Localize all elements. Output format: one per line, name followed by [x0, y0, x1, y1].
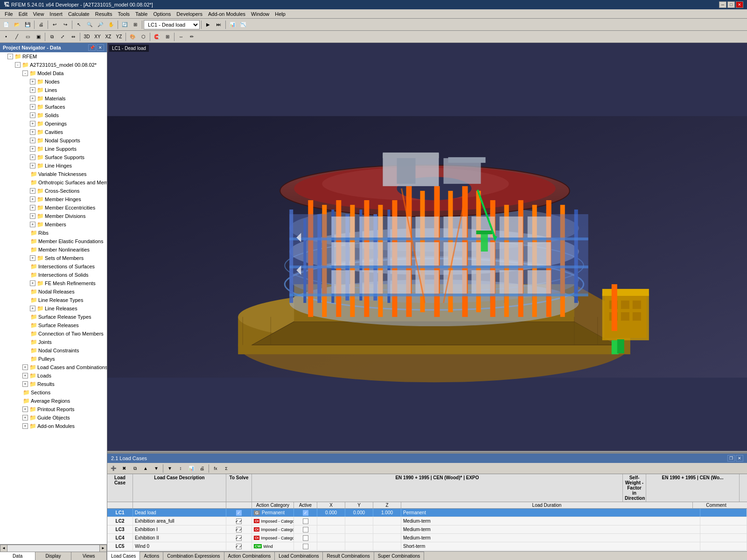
- bt-delete-row[interactable]: ✖: [119, 463, 129, 474]
- tb2-annotation[interactable]: ✏: [187, 32, 197, 42]
- tb-run[interactable]: ▶: [203, 20, 213, 30]
- menu-view[interactable]: View: [30, 10, 47, 18]
- menu-tools[interactable]: Tools: [115, 10, 133, 18]
- bottom-panel-close-btn[interactable]: ✕: [736, 455, 743, 462]
- tree-item-model-data[interactable]: - 📁 Model Data: [0, 69, 107, 77]
- nav-pin-btn[interactable]: 📌: [88, 44, 96, 51]
- tb-load-case-select[interactable]: LC1 - Dead load: [144, 20, 200, 29]
- tb-save[interactable]: 💾: [22, 20, 33, 30]
- nav-tree[interactable]: - 📁 RFEM - 📁 A2T231015_model 00.08.02* -…: [0, 52, 107, 544]
- tree-item-lines[interactable]: + 📁 Lines: [0, 86, 107, 94]
- tree-item-surfaces[interactable]: + 📁 Surfaces: [0, 103, 107, 111]
- tree-item-intersections-surfaces[interactable]: 📁 Intersections of Surfaces: [0, 262, 107, 271]
- tree-item-member-elastic[interactable]: 📁 Member Elastic Foundations: [0, 237, 107, 245]
- menu-help[interactable]: Help: [272, 10, 288, 18]
- tree-item-member-nonlinearities[interactable]: 📁 Member Nonlinearities: [0, 245, 107, 254]
- tree-item-member-eccentricities[interactable]: + 📁 Member Eccentricities: [0, 203, 107, 212]
- tree-item-guide-objects[interactable]: + 📁 Guide Objects: [0, 413, 107, 422]
- tb2-copy[interactable]: ⧉: [47, 32, 57, 42]
- tree-item-line-supports[interactable]: + 📁 Line Supports: [0, 145, 107, 153]
- tb2-view-xy[interactable]: XY: [92, 32, 103, 42]
- lc1-solve-checkbox[interactable]: [236, 510, 242, 516]
- tab-result-combinations[interactable]: Result Combinations: [323, 552, 374, 560]
- tab-actions[interactable]: Actions: [140, 552, 163, 560]
- tree-item-sections[interactable]: 📁 Sections: [0, 388, 107, 397]
- table-row-lc4[interactable]: LC4 Exhibition II ✓ OI Imposed - Categor…: [107, 534, 747, 542]
- bt-print-table[interactable]: 🖨: [197, 463, 207, 474]
- tree-item-member-divisions[interactable]: + 📁 Member Divisions: [0, 212, 107, 220]
- tree-item-variable-thick[interactable]: 📁 Variable Thicknesses: [0, 170, 107, 178]
- menu-calculate[interactable]: Calculate: [65, 10, 92, 18]
- menu-file[interactable]: File: [2, 10, 16, 18]
- tb-zoom-in[interactable]: 🔍: [84, 20, 95, 30]
- tb-redo[interactable]: ↪: [60, 20, 70, 30]
- tree-item-sets-of-members[interactable]: + 📁 Sets of Members: [0, 254, 107, 262]
- menu-options[interactable]: Options: [150, 10, 174, 18]
- tb-print[interactable]: 🖨: [36, 20, 46, 30]
- tree-item-line-releases[interactable]: + 📁 Line Releases: [0, 304, 107, 313]
- tb2-move[interactable]: ⤢: [57, 32, 68, 42]
- tb-open[interactable]: 📂: [12, 20, 22, 30]
- bt-new-row[interactable]: ➕: [108, 463, 119, 474]
- tb2-line[interactable]: ╱: [12, 32, 22, 42]
- nav-tab-data[interactable]: Data: [0, 552, 35, 560]
- menu-window[interactable]: Window: [248, 10, 272, 18]
- tb2-solid[interactable]: ▣: [33, 32, 43, 42]
- lc4-active-checkbox[interactable]: [303, 535, 308, 541]
- tb-results-off[interactable]: 📉: [238, 20, 248, 30]
- close-btn[interactable]: ✕: [736, 1, 743, 8]
- tb2-wireframe[interactable]: ⬡: [138, 32, 148, 42]
- tree-item-member-hinges[interactable]: + 📁 Member Hinges: [0, 195, 107, 203]
- bt-filter[interactable]: ▼: [165, 463, 175, 474]
- tree-item-rfem[interactable]: - 📁 RFEM: [0, 52, 107, 61]
- lc5-solve-checkbox[interactable]: ✓: [236, 544, 242, 549]
- tb-run-all[interactable]: ⏭: [214, 20, 224, 30]
- bt-move-up[interactable]: ▲: [140, 463, 151, 474]
- tb2-mirror[interactable]: ⇔: [68, 32, 78, 42]
- tree-item-surface-release-types[interactable]: 📁 Surface Release Types: [0, 313, 107, 321]
- cell-lc3-solve[interactable]: ✓: [226, 525, 252, 533]
- tree-item-model[interactable]: - 📁 A2T231015_model 00.08.02*: [0, 61, 107, 69]
- tb-rotate[interactable]: 🔄: [119, 20, 130, 30]
- tb2-view-3d[interactable]: 3D: [82, 32, 92, 42]
- tree-item-solids[interactable]: + 📁 Solids: [0, 111, 107, 119]
- tree-item-intersections-solids[interactable]: 📁 Intersections of Solids: [0, 271, 107, 279]
- tab-load-combinations[interactable]: Load Combinations: [275, 552, 323, 560]
- cell-lc4-active[interactable]: [294, 534, 317, 542]
- tb2-render[interactable]: 🎨: [127, 32, 138, 42]
- bt-sigma[interactable]: Σ: [221, 463, 231, 474]
- table-row-lc1[interactable]: LC1 Dead load G Permanent 0.000: [107, 509, 747, 517]
- tb2-snap[interactable]: 🧲: [152, 32, 162, 42]
- nav-horizontal-scrollbar[interactable]: ◄ ►: [0, 544, 107, 552]
- tb2-surface[interactable]: ▭: [22, 32, 33, 42]
- table-row-lc2[interactable]: LC2 Exhibition area_full ✓ OI Imposed - …: [107, 517, 747, 525]
- bt-move-down[interactable]: ▼: [151, 463, 161, 474]
- tb2-dimension[interactable]: ↔: [176, 32, 186, 42]
- tree-item-printout[interactable]: + 📁 Printout Reports: [0, 405, 107, 413]
- bt-sort[interactable]: ↕: [175, 463, 186, 474]
- menu-developers[interactable]: Developers: [174, 10, 205, 18]
- table-row-lc3[interactable]: LC3 Exhibition I ✓ OI Imposed - Category…: [107, 525, 747, 534]
- tb-fit[interactable]: ⊞: [130, 20, 140, 30]
- tree-item-fe-mesh[interactable]: + 📁 FE Mesh Refinements: [0, 279, 107, 287]
- viewport-3d[interactable]: LC1 - Dead load: [107, 43, 747, 451]
- lc4-solve-checkbox[interactable]: ✓: [236, 535, 242, 541]
- tree-item-cross-sections[interactable]: + 📁 Cross-Sections: [0, 187, 107, 195]
- tree-item-line-release-types[interactable]: 📁 Line Release Types: [0, 296, 107, 304]
- tb2-node[interactable]: •: [1, 32, 11, 42]
- menu-results[interactable]: Results: [92, 10, 115, 18]
- lc3-solve-checkbox[interactable]: ✓: [236, 527, 242, 532]
- tree-item-pulleys[interactable]: 📁 Pulleys: [0, 355, 107, 363]
- tree-item-surface-releases[interactable]: 📁 Surface Releases: [0, 321, 107, 329]
- lc5-active-checkbox[interactable]: [303, 544, 308, 549]
- cell-lc1-active[interactable]: [294, 509, 317, 517]
- tab-combination-expressions[interactable]: Combination Expressions: [163, 552, 224, 560]
- nav-close-btn[interactable]: ✕: [97, 44, 104, 51]
- menu-insert[interactable]: Insert: [47, 10, 65, 18]
- cell-lc1-solve[interactable]: [226, 509, 252, 517]
- cell-lc5-active[interactable]: [294, 542, 317, 550]
- lc1-active-checkbox[interactable]: [303, 510, 308, 516]
- tab-super-combinations[interactable]: Super Combinations: [374, 552, 425, 560]
- scroll-track[interactable]: [7, 545, 99, 552]
- tree-item-nodal-releases[interactable]: 📁 Nodal Releases: [0, 287, 107, 296]
